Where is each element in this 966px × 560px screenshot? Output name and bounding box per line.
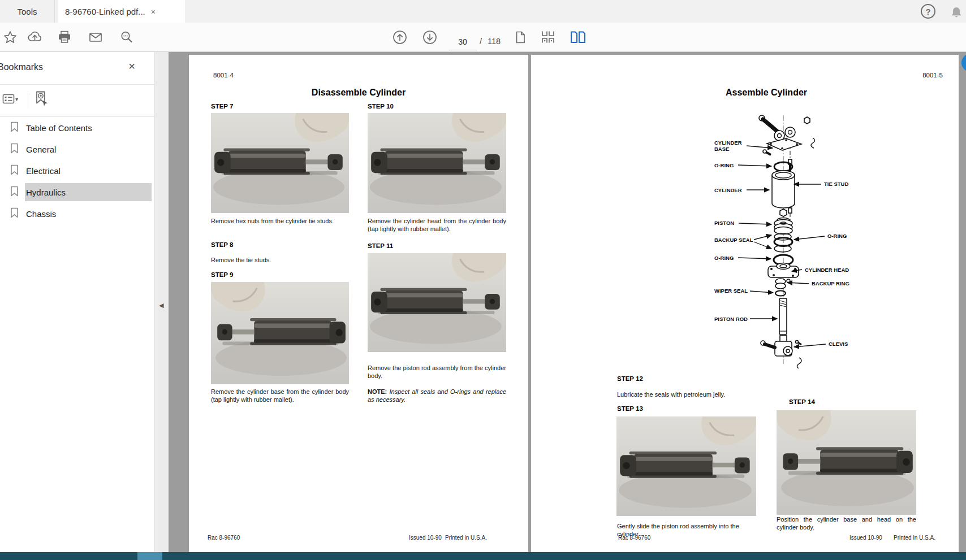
- footer-code: Rac 8-96760: [618, 535, 650, 541]
- tab-close-icon[interactable]: ×: [151, 8, 156, 16]
- notifications-bell-icon[interactable]: [947, 3, 966, 22]
- tab-document[interactable]: 8-96760-Linked pdf... ×: [58, 0, 185, 23]
- print-icon[interactable]: [55, 28, 74, 47]
- footer-printed: Printed in U.S.A.: [445, 535, 487, 541]
- step-9-heading: STEP 9: [211, 271, 233, 278]
- bookmark-icon: [10, 186, 19, 199]
- step-7-photo: [211, 113, 349, 213]
- sidebar-item-hydraulics[interactable]: Hydraulics: [0, 181, 154, 203]
- step-8-caption: Remove the tie studs.: [211, 257, 349, 264]
- footer-printed: Printed in U.S.A.: [894, 535, 935, 541]
- bookmark-icon: [10, 121, 19, 134]
- bookmark-options-icon[interactable]: [2, 93, 15, 107]
- chevron-down-icon[interactable]: ▾: [15, 96, 18, 102]
- sidebar-item-chassis[interactable]: Chassis: [0, 203, 154, 224]
- page-number-8001-5: 8001-5: [922, 72, 943, 79]
- note-label: NOTE:: [368, 388, 387, 395]
- sidebar-item-label: General: [26, 145, 56, 154]
- label-o-ring-right: O-RING: [827, 233, 847, 239]
- label-clevis: CLEVIS: [829, 341, 848, 347]
- step-10-photo: [368, 113, 506, 213]
- step-14-heading: STEP 14: [789, 398, 815, 405]
- main-toolbar: / 118: [0, 23, 966, 52]
- toolbar-divider: [28, 93, 28, 108]
- label-backup-ring: BACKUP RING: [812, 280, 849, 286]
- label-cylinder-base-2: BASE: [714, 146, 729, 152]
- footer-code: Rac 8-96760: [208, 535, 240, 541]
- bookmarks-panel: Bookmarks × ▾ Table of Contents: [0, 52, 154, 552]
- step-10-heading: STEP 10: [368, 103, 394, 110]
- footer-issued: Issued 10-90: [409, 535, 442, 541]
- page-count-total: 118: [488, 37, 501, 46]
- previous-page-icon[interactable]: [390, 28, 409, 47]
- sidebar-item-label: Table of Contents: [26, 123, 92, 133]
- pdf-page-left: 8001-4 Disassemble Cylinder STEP 7 Remov…: [189, 55, 528, 552]
- sidebar-item-electrical[interactable]: Electrical: [0, 160, 154, 181]
- step-11-caption: Remove the piston rod assembly from the …: [368, 364, 506, 380]
- label-tie-stud: TIE STUD: [824, 181, 848, 187]
- note-text: Inspect all seals and O-rings and replac…: [368, 388, 506, 403]
- two-page-view-icon[interactable]: [568, 28, 588, 47]
- step-11-note: NOTE: Inspect all seals and O-rings and …: [368, 388, 506, 404]
- horizontal-scrollbar-thumb[interactable]: [137, 552, 162, 560]
- step-7-caption: Remove hex nuts from the cylinder tie st…: [211, 218, 349, 225]
- sidebar-item-table-of-contents[interactable]: Table of Contents: [0, 117, 154, 138]
- label-o-ring-2: O-RING: [714, 255, 734, 261]
- single-page-view-icon[interactable]: [511, 28, 530, 47]
- bookmarks-close-icon[interactable]: ×: [128, 60, 135, 72]
- page-title: Disassemble Cylinder: [189, 88, 528, 98]
- pdf-page-right: 8001-5 Assemble Cylinder: [531, 55, 959, 552]
- step-12-caption: Lubricate the seals with petroleum jelly…: [617, 391, 764, 399]
- step-14-caption: Position the cylinder base and head on t…: [777, 516, 916, 532]
- assemble-cylinder-exploded-diagram: CYLINDER BASE O-RING CYLINDER PISTON BAC…: [650, 108, 888, 368]
- page-title: Assemble Cylinder: [616, 88, 916, 98]
- step-14-photo: [777, 410, 916, 515]
- sidebar-item-label: Electrical: [26, 166, 61, 176]
- bookmark-icon: [10, 143, 19, 156]
- page-count: / 118: [480, 37, 501, 46]
- bottom-status-bar: [0, 552, 966, 560]
- bookmarks-list: Table of Contents General Electrical Hyd…: [0, 117, 154, 224]
- label-cylinder: CYLINDER: [714, 187, 742, 193]
- step-11-photo: [368, 253, 506, 352]
- tab-document-label: 8-96760-Linked pdf...: [65, 7, 145, 16]
- step-13-photo: [616, 416, 756, 516]
- next-page-icon[interactable]: [420, 28, 439, 47]
- label-wiper-seal: WIPER SEAL: [714, 288, 748, 294]
- label-o-ring-1: O-RING: [714, 162, 734, 168]
- user-avatar[interactable]: [961, 54, 966, 72]
- search-icon[interactable]: [117, 28, 136, 47]
- page-number-input[interactable]: [448, 34, 477, 50]
- share-cloud-upload-icon[interactable]: [25, 28, 44, 47]
- bookmarks-header: Bookmarks ×: [0, 52, 154, 85]
- collapse-panel-icon[interactable]: ◀: [159, 302, 163, 309]
- tab-tools[interactable]: Tools: [0, 0, 55, 23]
- help-icon[interactable]: ?: [921, 4, 935, 19]
- email-icon[interactable]: [86, 28, 105, 47]
- page-count-separator: /: [480, 37, 482, 46]
- label-piston-rod: PISTON ROD: [714, 316, 748, 322]
- sidebar-item-label: Hydraulics: [26, 188, 66, 197]
- page-thumbnails-view-icon[interactable]: [538, 28, 558, 47]
- favorite-star-icon[interactable]: [1, 28, 20, 47]
- step-9-photo: [211, 282, 349, 384]
- help-glyph: ?: [925, 7, 930, 16]
- step-9-caption: Remove the cylinder base from the cylind…: [211, 388, 349, 404]
- step-13-heading: STEP 13: [617, 405, 643, 412]
- step-12-heading: STEP 12: [617, 375, 643, 382]
- page-number-8001-4: 8001-4: [213, 72, 234, 79]
- bookmarks-title: Bookmarks: [0, 62, 43, 72]
- bookmark-icon: [10, 164, 19, 177]
- find-current-bookmark-icon[interactable]: [33, 90, 49, 110]
- tab-bar: Tools 8-96760-Linked pdf... × ?: [0, 0, 966, 23]
- step-8-heading: STEP 8: [211, 241, 233, 248]
- step-11-heading: STEP 11: [368, 242, 393, 249]
- bookmarks-toolbar: ▾: [0, 85, 154, 117]
- step-10-caption: Remove the cylinder head from the cylind…: [368, 218, 506, 233]
- sidebar-item-label: Chassis: [26, 209, 56, 219]
- label-backup-seal: BACKUP SEAL: [714, 237, 753, 243]
- tab-tools-label: Tools: [17, 7, 37, 16]
- sidebar-item-general[interactable]: General: [0, 138, 154, 160]
- bookmark-icon: [10, 207, 19, 220]
- label-piston: PISTON: [714, 220, 734, 226]
